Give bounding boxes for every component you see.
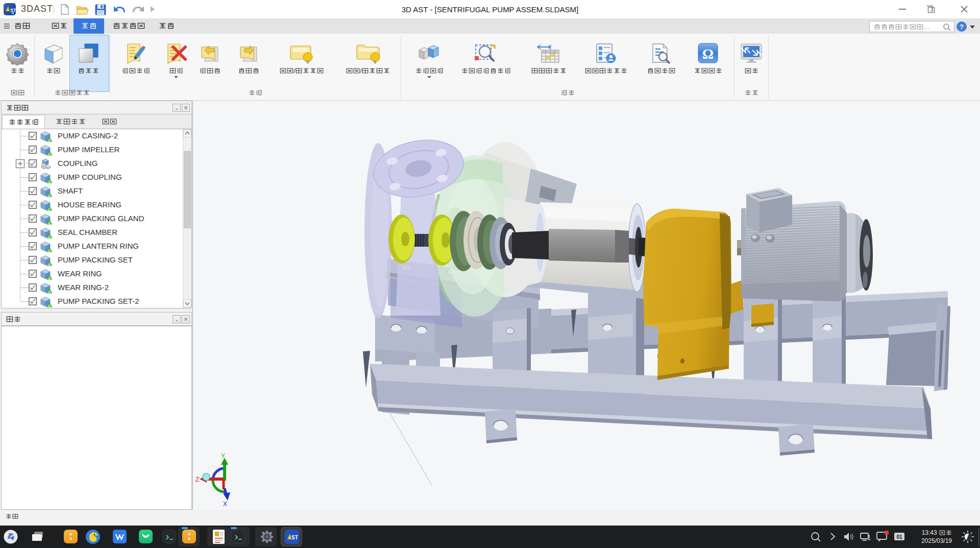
svg-text:Ω: Ω xyxy=(702,46,714,62)
svg-text:Y: Y xyxy=(221,452,225,460)
svg-text:01: 01 xyxy=(896,534,902,540)
svg-text:X: X xyxy=(223,501,227,508)
svg-text:Z: Z xyxy=(195,476,199,483)
svg-text:ST: ST xyxy=(291,535,298,540)
svg-text:?: ? xyxy=(960,23,964,31)
